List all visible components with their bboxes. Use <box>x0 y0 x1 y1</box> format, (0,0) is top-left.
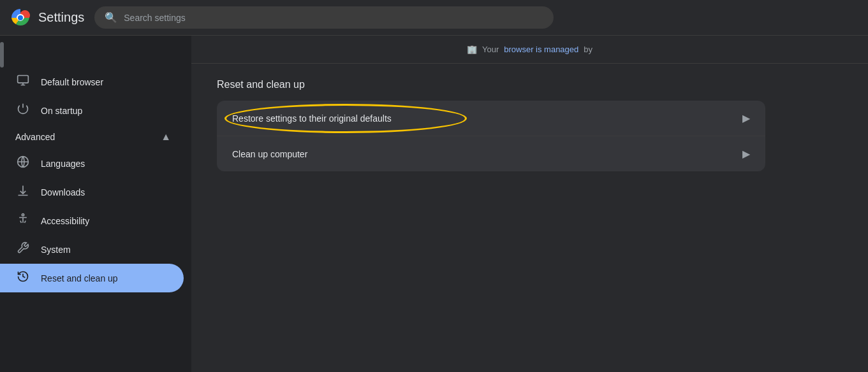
chevron-right-icon: ▶ <box>742 148 750 160</box>
managed-text-after: by <box>584 45 592 54</box>
content-body: Reset and clean up Restore settings to t… <box>191 64 868 187</box>
reset-card: Restore settings to their original defau… <box>217 101 765 171</box>
sidebar-item-reset[interactable]: Reset and clean up <box>0 264 184 292</box>
advanced-label: Advanced <box>15 132 55 142</box>
cleanup-computer-item[interactable]: Clean up computer ▶ <box>217 136 765 171</box>
sidebar-item-label: Reset and clean up <box>41 273 118 283</box>
search-input[interactable] <box>124 13 543 23</box>
wrench-icon <box>15 241 31 257</box>
advanced-section-header[interactable]: Advanced ▲ <box>0 125 184 149</box>
managed-banner: 🏢 Your browser is managed by <box>191 36 868 64</box>
logo-area: Settings <box>10 8 84 28</box>
sidebar-item-label: Downloads <box>41 187 85 197</box>
sidebar-item-accessibility[interactable]: Accessibility <box>0 206 184 235</box>
chrome-logo-icon <box>10 8 31 28</box>
sidebar-item-label: Languages <box>41 159 85 169</box>
sidebar: Default browser On startup Advanced ▲ La… <box>0 36 191 372</box>
sidebar-item-label: System <box>41 245 71 255</box>
topbar: Settings 🔍 <box>0 0 868 36</box>
sidebar-item-label: On startup <box>41 106 82 116</box>
sidebar-item-default-browser[interactable]: Default browser <box>0 68 184 96</box>
sidebar-item-system[interactable]: System <box>0 235 184 264</box>
svg-point-5 <box>22 214 24 216</box>
power-icon <box>15 103 31 118</box>
sidebar-item-languages[interactable]: Languages <box>0 149 184 178</box>
section-title: Reset and clean up <box>217 79 842 90</box>
accessibility-icon <box>15 213 31 229</box>
sidebar-item-label: Accessibility <box>41 216 89 226</box>
search-icon: 🔍 <box>105 11 117 24</box>
chevron-right-icon: ▶ <box>742 112 750 124</box>
page-title: Settings <box>38 10 84 25</box>
search-bar[interactable]: 🔍 <box>94 6 554 29</box>
managed-text-before: Your <box>482 45 499 54</box>
svg-point-2 <box>18 15 23 20</box>
sidebar-item-on-startup[interactable]: On startup <box>0 96 184 125</box>
svg-rect-3 <box>18 76 29 83</box>
restore-defaults-item[interactable]: Restore settings to their original defau… <box>217 101 765 136</box>
globe-icon <box>15 155 31 171</box>
sidebar-item-label: Default browser <box>41 77 103 87</box>
chevron-up-icon: ▲ <box>161 131 171 143</box>
history-icon <box>15 270 31 286</box>
restore-defaults-label: Restore settings to their original defau… <box>232 113 392 124</box>
scrollbar-thumb[interactable] <box>0 42 4 68</box>
monitor-icon <box>15 74 31 90</box>
building-icon: 🏢 <box>467 45 477 54</box>
main-area: Default browser On startup Advanced ▲ La… <box>0 36 868 372</box>
download-icon <box>15 184 31 200</box>
content-area: 🏢 Your browser is managed by Reset and c… <box>191 36 868 372</box>
cleanup-label: Clean up computer <box>232 149 307 159</box>
sidebar-item-downloads[interactable]: Downloads <box>0 178 184 206</box>
managed-link[interactable]: browser is managed <box>504 45 578 54</box>
